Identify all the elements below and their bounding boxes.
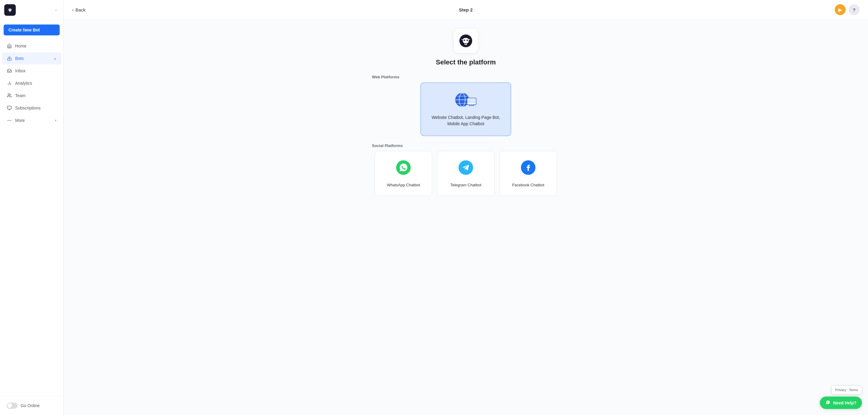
svg-point-2 [10,9,11,10]
web-platform-icon [454,91,478,109]
svg-point-14 [10,120,11,120]
nav-section: Home Bots ▲ Inbox Analytics [0,40,63,396]
facebook-platform-name: Facebook Chatbot [512,183,544,187]
more-icon [7,118,12,123]
svg-point-4 [9,59,9,59]
sidebar-item-bots[interactable]: Bots ▲ [2,52,61,64]
sidebar-item-more[interactable]: More ▾ [2,114,61,127]
telegram-icon [458,160,474,178]
need-help-button[interactable]: Need Help? [820,396,862,409]
go-online-label: Go Online [21,403,40,408]
need-help-label: Need Help? [833,401,857,405]
bot-logo-box [454,29,478,53]
privacy-notice: Privacy · Terms [831,385,862,394]
whatsapp-icon [396,160,411,178]
svg-point-1 [9,9,10,10]
sidebar-item-bots-label: Bots [15,56,24,61]
telegram-platform-name: Telegram Chatbot [451,183,482,187]
go-online-toggle[interactable] [7,403,18,409]
home-icon [7,43,12,49]
svg-point-12 [8,120,8,120]
help-button[interactable]: ? [848,4,860,15]
social-section-label: Social Platforms [372,143,403,148]
facebook-icon [520,160,536,178]
bots-icon [7,56,12,61]
svg-rect-9 [7,106,11,109]
sidebar-item-subscriptions[interactable]: Subscriptions [2,102,61,114]
sidebar-item-home-label: Home [15,43,26,48]
bots-arrow-icon: ▲ [53,57,57,60]
svg-point-16 [464,40,465,41]
sidebar-item-team[interactable]: Team [2,90,61,102]
sidebar: ‹ Create New Bot Home Bots ▲ Inbox [0,0,64,415]
social-platforms-row: WhatsApp Chatbot Telegram Chatbot [375,151,557,196]
sidebar-item-team-label: Team [15,93,26,98]
app-logo [4,4,16,16]
play-icon: ▶ [838,7,842,13]
svg-point-13 [9,120,9,120]
facebook-platform-card[interactable]: Facebook Chatbot [499,151,557,196]
sidebar-bottom: Go Online [0,396,63,415]
sidebar-item-inbox[interactable]: Inbox [2,65,61,77]
sidebar-header: ‹ [0,0,63,20]
topbar: ‹ Back Step 2 ▶ ? [64,0,868,20]
back-button[interactable]: ‹ Back [72,7,85,12]
team-icon [7,93,12,98]
play-button[interactable]: ▶ [835,4,845,15]
svg-point-8 [8,94,9,95]
back-chevron-icon: ‹ [72,7,73,12]
content-area: Select the platform Web Platforms [64,20,868,415]
bot-logo-icon [459,34,473,48]
create-new-bot-button[interactable]: Create New Bot [4,25,60,35]
whatsapp-help-icon [825,400,831,406]
sidebar-item-subscriptions-label: Subscriptions [15,106,40,110]
whatsapp-platform-card[interactable]: WhatsApp Chatbot [375,151,432,196]
web-platform-card[interactable]: Website Chatbot, Landing Page Bot,Mobile… [421,82,511,136]
step-label: Step 2 [459,7,472,12]
page-title: Select the platform [436,58,496,66]
go-online-item: Go Online [2,399,61,412]
sidebar-item-more-label: More [15,118,25,123]
more-arrow-icon: ▾ [55,118,57,123]
sidebar-collapse-button[interactable]: ‹ [52,6,60,13]
telegram-platform-card[interactable]: Telegram Chatbot [437,151,495,196]
sidebar-item-analytics[interactable]: Analytics [2,77,61,89]
sidebar-item-home[interactable]: Home [2,40,61,52]
inbox-icon [7,68,12,73]
sidebar-item-inbox-label: Inbox [15,68,26,73]
subscriptions-icon [7,105,12,111]
analytics-icon [7,80,12,86]
svg-rect-25 [468,99,475,103]
whatsapp-platform-name: WhatsApp Chatbot [387,183,420,187]
privacy-text: Privacy · Terms [835,388,858,392]
main-content: ‹ Back Step 2 ▶ ? [64,0,868,415]
topbar-right: ▶ ? [835,4,860,15]
back-label: Back [75,7,85,12]
sidebar-item-analytics-label: Analytics [15,81,32,85]
svg-point-17 [466,40,468,41]
web-section-label: Web Platforms [372,75,400,79]
web-platform-name: Website Chatbot, Landing Page Bot,Mobile… [432,114,500,127]
help-icon: ? [852,7,855,12]
